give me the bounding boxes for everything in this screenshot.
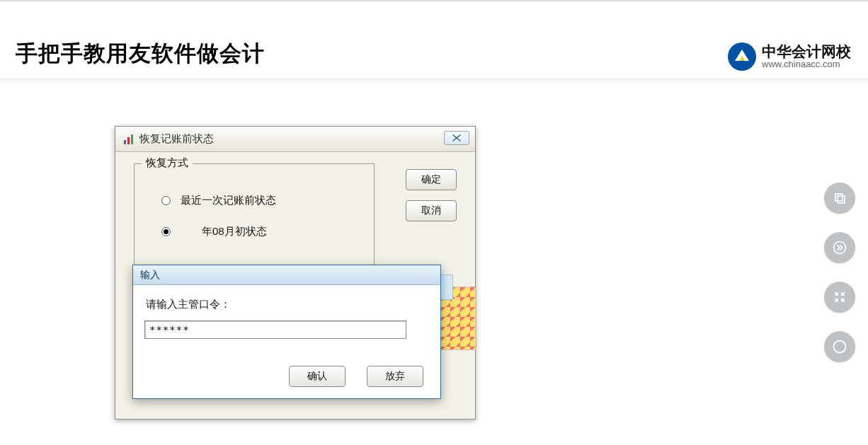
window-top-strip	[0, 0, 868, 1]
input-dialog-title: 输入	[140, 269, 160, 282]
close-button[interactable]	[444, 131, 469, 145]
abandon-button[interactable]: 放弃	[367, 366, 423, 387]
radio-label: 年08月初状态	[202, 225, 267, 238]
svg-rect-1	[127, 137, 130, 144]
restore-dialog-titlebar[interactable]: 恢复记账前状态	[115, 127, 475, 152]
password-input[interactable]	[144, 320, 406, 339]
brand-logo-icon	[728, 42, 756, 71]
copy-icon[interactable]	[824, 183, 855, 214]
svg-rect-3	[835, 194, 843, 201]
confirm-button[interactable]: 确认	[289, 366, 346, 387]
restore-dialog: 恢复记账前状态 恢复方式 最近一次记账前状态 年08月初状态 确定 取消	[115, 126, 476, 420]
brand-name: 中华会计网校	[762, 43, 851, 59]
content-top-shadow	[0, 78, 868, 85]
ok-button[interactable]: 确定	[406, 169, 457, 190]
radio-option-month-start[interactable]: 年08月初状态	[161, 225, 267, 238]
decorative-graphic	[440, 287, 476, 350]
brand-url: www.chinaacc.com	[762, 59, 851, 69]
restore-dialog-title: 恢复记账前状态	[139, 132, 214, 146]
floating-toolbar	[824, 183, 855, 362]
slide-title: 手把手教用友软件做会计	[16, 39, 265, 69]
svg-point-6	[834, 341, 846, 353]
fast-forward-icon[interactable]	[824, 232, 855, 263]
radio-label: 最近一次记账前状态	[181, 194, 276, 207]
svg-rect-4	[838, 196, 845, 203]
svg-rect-2	[131, 134, 133, 144]
svg-rect-0	[124, 140, 126, 144]
password-prompt: 请输入主管口令：	[146, 298, 231, 311]
collapse-icon[interactable]	[824, 282, 855, 313]
record-icon[interactable]	[824, 331, 855, 362]
cancel-button[interactable]: 取消	[406, 200, 457, 221]
groupbox-legend: 恢复方式	[142, 156, 193, 170]
input-dialog: 输入 请输入主管口令： 确认 放弃	[132, 265, 441, 399]
app-icon	[122, 133, 135, 146]
restore-mode-groupbox: 恢复方式 最近一次记账前状态 年08月初状态	[134, 163, 375, 270]
radio-indicator	[161, 196, 171, 205]
input-dialog-titlebar[interactable]: 输入	[133, 265, 440, 285]
brand-block: 中华会计网校 www.chinaacc.com	[728, 42, 851, 71]
radio-indicator	[161, 227, 171, 236]
radio-option-last-posting[interactable]: 最近一次记账前状态	[161, 194, 276, 207]
